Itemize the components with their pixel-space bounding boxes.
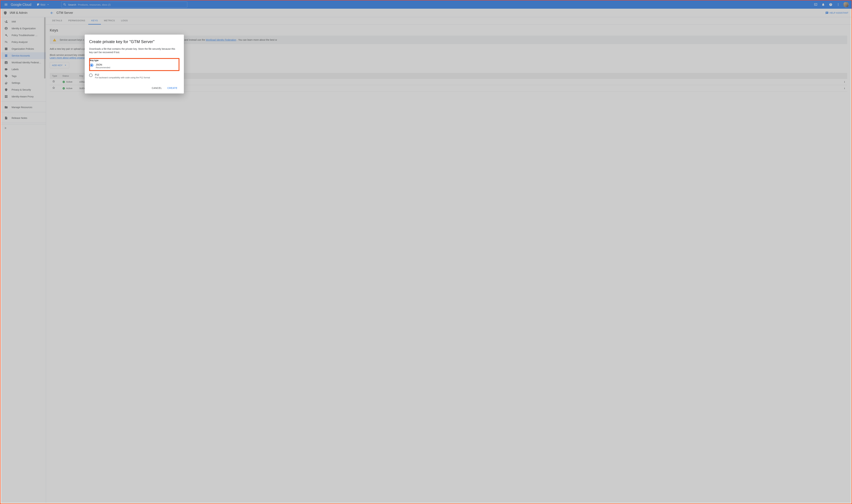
svg-point-4 <box>63 87 65 89</box>
radio-p12-label: P12 <box>95 73 150 76</box>
more-vert-icon[interactable] <box>835 1 841 8</box>
sidebar-item-service-accounts[interactable]: Service Accounts <box>1 52 46 59</box>
scrollbar-thumb[interactable] <box>44 17 46 78</box>
sidebar-item-workload[interactable]: Workload Identity Federat… <box>1 59 46 66</box>
help-assistant-button[interactable]: HELP ASSISTANT <box>825 12 848 15</box>
sidebar-item-label: Tags <box>12 75 17 77</box>
sidebar-item-label: Release Notes <box>12 116 27 119</box>
sidebar-item-label: Privacy & Security <box>12 88 31 91</box>
check-circle-icon <box>63 80 65 83</box>
grid-icon <box>4 95 8 98</box>
sidebar-item-label: Identity-Aware Proxy <box>12 95 34 98</box>
chevron-down-icon <box>47 3 50 6</box>
radio-button-p12[interactable] <box>89 74 92 77</box>
key-type-icon <box>52 80 55 83</box>
workload-identity-link[interactable]: Workload Identity Federation <box>206 38 236 41</box>
sidebar-item-label: Policy Analyzer <box>12 41 28 43</box>
back-button[interactable] <box>49 10 55 16</box>
sidebar-item-settings[interactable]: Settings <box>1 79 46 86</box>
key-id: e36a3 <box>77 79 840 85</box>
person-add-icon <box>4 20 8 23</box>
folder-icon <box>4 106 8 109</box>
search-label: Search <box>68 3 76 6</box>
add-key-label: ADD KEY <box>52 64 63 67</box>
dialog-description: Downloads a file that contains the priva… <box>89 47 179 54</box>
sidebar-item-label: Workload Identity Federat… <box>12 61 41 64</box>
col-status: Status <box>60 73 77 79</box>
sidebar-item-troubleshooter[interactable]: Policy Troubleshooter … <box>1 32 46 39</box>
account-avatar[interactable] <box>843 2 849 7</box>
key-type-icon <box>52 87 55 90</box>
sidebar-item-iam[interactable]: IAM <box>1 18 46 25</box>
sidebar-item-label: Manage Resources <box>12 106 32 109</box>
radio-json-sub: Recommended <box>96 67 110 69</box>
account-circle-icon <box>4 27 8 30</box>
wrench-icon <box>4 34 8 37</box>
article-icon <box>4 47 8 51</box>
sidebar-item-label: Policy Troubleshooter … <box>12 34 38 37</box>
service-account-icon <box>4 54 8 57</box>
add-key-button[interactable]: ADD KEY <box>50 62 69 68</box>
sidebar-item-org-policies[interactable]: Organization Policies <box>1 46 46 52</box>
badge-icon <box>4 61 8 64</box>
tab-logs[interactable]: LOGS <box>118 17 131 24</box>
product-title: IAM & Admin <box>10 11 28 15</box>
svg-point-1 <box>838 4 838 5</box>
col-key: Key <box>77 73 840 79</box>
tabs: DETAILS PERMISSIONS KEYS METRICS LOGS <box>46 17 851 25</box>
chevron-left-bar-icon <box>4 126 7 130</box>
search-hint: Products, resources, docs (/) <box>78 3 110 6</box>
radio-button-json[interactable] <box>90 64 93 67</box>
logo-text-cloud: Cloud <box>22 3 31 6</box>
tab-permissions[interactable]: PERMISSIONS <box>65 17 88 24</box>
logo-text-google: Google <box>11 3 22 6</box>
project-picker[interactable]: 0zzz <box>35 2 51 7</box>
sidebar-item-label: Organization Policies <box>12 48 34 50</box>
sidebar: IAM Identity & Organization Policy Troub… <box>1 17 46 503</box>
sidebar-item-iap[interactable]: Identity-Aware Proxy <box>1 93 46 100</box>
create-key-dialog: Create private key for "GTM Server" Down… <box>85 35 184 93</box>
warning-text: . You can learn more about the best w <box>237 38 277 41</box>
search-input[interactable]: Search Products, resources, docs (/) <box>61 2 187 8</box>
key-id: 0c834 <box>77 85 840 92</box>
cloud-shell-icon[interactable] <box>812 1 819 8</box>
help-assistant-label: HELP ASSISTANT <box>830 12 848 14</box>
learn-more-link[interactable]: Learn more about setting organiza <box>50 56 86 59</box>
tab-keys[interactable]: KEYS <box>88 17 101 24</box>
collapse-sidebar-button[interactable] <box>1 124 46 131</box>
chevron-down-icon <box>64 64 67 67</box>
sidebar-item-identity[interactable]: Identity & Organization <box>1 25 46 32</box>
radio-p12-sub: For backward compatibility with code usi… <box>95 76 150 79</box>
gear-icon <box>4 81 8 85</box>
sidebar-item-tags[interactable]: Tags <box>1 73 46 79</box>
sidebar-item-release-notes[interactable]: Release Notes <box>1 114 46 121</box>
sidebar-item-labels[interactable]: Labels <box>1 66 46 73</box>
radio-p12[interactable]: P12 For backward compatibility with code… <box>89 73 179 79</box>
col-type: Type <box>50 73 60 79</box>
status-text: Active <box>66 80 72 83</box>
svg-point-2 <box>838 5 838 6</box>
notifications-icon[interactable] <box>820 1 827 8</box>
sidebar-item-label: Labels <box>12 68 19 71</box>
tab-metrics[interactable]: METRICS <box>101 17 118 24</box>
section-header: IAM & Admin GTM Server HELP ASSISTANT <box>1 9 851 17</box>
warning-text: Service account keys c <box>59 38 84 41</box>
google-cloud-logo[interactable]: GoogleCloud <box>11 1 31 9</box>
hamburger-menu-icon[interactable] <box>2 1 10 9</box>
dialog-title: Create private key for "GTM Server" <box>89 39 179 44</box>
sidebar-item-label: IAM <box>12 20 16 23</box>
create-button[interactable]: CREATE <box>165 85 179 91</box>
warning-icon <box>53 38 56 42</box>
label-icon <box>4 68 8 71</box>
tab-details[interactable]: DETAILS <box>49 17 65 24</box>
page-title: GTM Server <box>56 11 73 15</box>
sidebar-item-label: Settings <box>12 82 20 84</box>
sidebar-item-manage-resources[interactable]: Manage Resources <box>1 104 46 111</box>
sidebar-item-privacy[interactable]: Privacy & Security <box>1 86 46 93</box>
sidebar-item-analyzer[interactable]: Policy Analyzer <box>1 39 46 46</box>
svg-point-3 <box>63 81 65 83</box>
radio-json[interactable]: JSON Recommended <box>90 62 175 69</box>
help-icon[interactable] <box>827 1 834 8</box>
sidebar-item-label: Service Accounts <box>12 54 30 57</box>
cancel-button[interactable]: CANCEL <box>150 85 164 91</box>
